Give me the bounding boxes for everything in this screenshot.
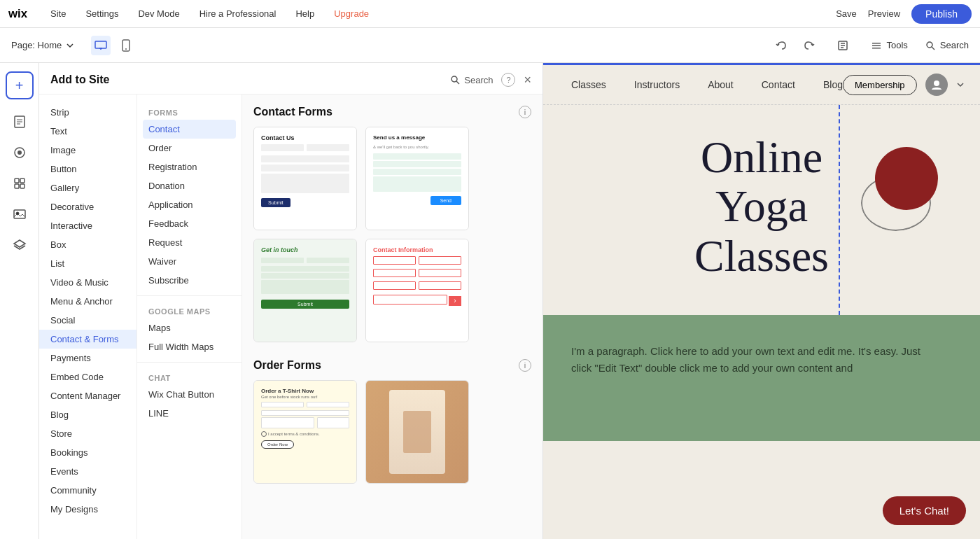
membership-button[interactable]: Membership bbox=[843, 75, 917, 95]
apps-icon[interactable] bbox=[6, 169, 34, 197]
category-interactive[interactable]: Interactive bbox=[39, 216, 136, 235]
layers-icon[interactable] bbox=[6, 231, 34, 259]
order-form-template-1[interactable]: Order a T-Shirt Now Get one before stock… bbox=[253, 380, 357, 484]
forms-request[interactable]: Request bbox=[137, 233, 241, 252]
category-contact-forms[interactable]: Contact & Forms bbox=[39, 330, 136, 349]
svg-line-29 bbox=[456, 81, 459, 84]
nav-instructors[interactable]: Instructors bbox=[634, 79, 680, 90]
panel-search-bar[interactable]: Search bbox=[450, 75, 493, 85]
category-events[interactable]: Events bbox=[39, 462, 136, 481]
forms-contact[interactable]: Contact bbox=[143, 120, 236, 139]
forms-donation[interactable]: Donation bbox=[137, 176, 241, 195]
category-image[interactable]: Image bbox=[39, 141, 136, 160]
category-text[interactable]: Text bbox=[39, 122, 136, 141]
svg-point-28 bbox=[451, 76, 457, 82]
category-strip[interactable]: Strip bbox=[39, 103, 136, 122]
forms-subcategory-panel: FORMS Contact Order Registration Donatio… bbox=[137, 94, 242, 539]
category-gallery[interactable]: Gallery bbox=[39, 178, 136, 197]
order-forms-grid: Order a T-Shirt Now Get one before stock… bbox=[253, 380, 531, 484]
preview-button[interactable]: Preview bbox=[868, 8, 900, 19]
category-my-designs[interactable]: My Designs bbox=[39, 500, 136, 519]
canvas-area: Classes Instructors About Contact Blog M… bbox=[543, 63, 980, 539]
search-button[interactable]: Search bbox=[925, 40, 969, 51]
contact-form-template-1[interactable]: Contact Us Submit bbox=[253, 127, 357, 230]
forms-wix-chat[interactable]: Wix Chat Button bbox=[137, 385, 241, 404]
nav-hire[interactable]: Hire a Professional bbox=[197, 8, 279, 19]
category-social[interactable]: Social bbox=[39, 311, 136, 330]
nav-settings[interactable]: Settings bbox=[83, 8, 121, 19]
contact-form-template-4[interactable]: Contact Information bbox=[365, 239, 469, 342]
category-box[interactable]: Box bbox=[39, 235, 136, 254]
publish-button[interactable]: Publish bbox=[911, 4, 972, 24]
nav-upgrade[interactable]: Upgrade bbox=[331, 8, 372, 19]
mobile-icon[interactable] bbox=[116, 36, 136, 55]
category-bookings[interactable]: Bookings bbox=[39, 443, 136, 462]
category-content-manager[interactable]: Content Manager bbox=[39, 386, 136, 405]
forms-waiver[interactable]: Waiver bbox=[137, 252, 241, 271]
svg-point-30 bbox=[934, 80, 939, 86]
svg-line-14 bbox=[932, 47, 934, 50]
svg-rect-24 bbox=[20, 184, 24, 188]
category-button[interactable]: Button bbox=[39, 160, 136, 178]
nav-classes[interactable]: Classes bbox=[571, 79, 606, 90]
tools-button[interactable]: Tools bbox=[865, 40, 913, 51]
site-paragraph[interactable]: I'm a paragraph. Click here to add your … bbox=[571, 343, 921, 377]
site-green-section: I'm a paragraph. Click here to add your … bbox=[543, 315, 980, 441]
order-forms-info-icon[interactable]: i bbox=[519, 359, 531, 372]
forms-line[interactable]: LINE bbox=[137, 404, 241, 423]
nav-help[interactable]: Help bbox=[293, 8, 317, 19]
nav-blog[interactable]: Blog bbox=[823, 79, 843, 90]
help-icon[interactable]: ? bbox=[501, 73, 515, 87]
divider-2 bbox=[137, 362, 241, 363]
forms-registration[interactable]: Registration bbox=[137, 158, 241, 176]
design-icon[interactable] bbox=[6, 139, 34, 167]
search-icon bbox=[450, 75, 460, 85]
contact-form-template-3[interactable]: Get in touch Submit bbox=[253, 239, 357, 342]
nav-about[interactable]: About bbox=[708, 79, 734, 90]
add-button[interactable]: + bbox=[6, 71, 34, 99]
forms-application[interactable]: Application bbox=[137, 195, 241, 214]
page-selector[interactable]: Page: Home bbox=[11, 40, 74, 50]
category-community[interactable]: Community bbox=[39, 481, 136, 500]
contact-forms-info-icon[interactable]: i bbox=[519, 106, 531, 118]
nav-site[interactable]: Site bbox=[48, 8, 69, 19]
forms-full-width-maps[interactable]: Full Width Maps bbox=[137, 337, 241, 356]
media-icon[interactable] bbox=[6, 200, 34, 228]
category-menu-anchor[interactable]: Menu & Anchor bbox=[39, 292, 136, 311]
forms-subscribe[interactable]: Subscribe bbox=[137, 271, 241, 290]
svg-rect-22 bbox=[20, 178, 24, 183]
undo-button[interactable] bbox=[770, 34, 792, 57]
chevron-down-icon bbox=[956, 80, 965, 89]
close-button[interactable]: × bbox=[524, 74, 531, 86]
order-form-template-2[interactable] bbox=[365, 380, 469, 484]
forms-order[interactable]: Order bbox=[137, 139, 241, 158]
category-embed-code[interactable]: Embed Code bbox=[39, 368, 136, 386]
redo-button[interactable] bbox=[798, 34, 820, 57]
secondary-toolbar: Page: Home Tools Search bbox=[0, 28, 980, 63]
zoom-icon[interactable] bbox=[832, 34, 854, 57]
forms-maps[interactable]: Maps bbox=[137, 318, 241, 337]
category-store[interactable]: Store bbox=[39, 424, 136, 443]
decorative-circle bbox=[875, 147, 938, 210]
category-list[interactable]: List bbox=[39, 254, 136, 273]
google-maps-label: GOOGLE MAPS bbox=[137, 302, 241, 318]
save-button[interactable]: Save bbox=[836, 8, 857, 19]
contact-forms-title: Contact Forms bbox=[253, 106, 332, 118]
nav-dev-mode[interactable]: Dev Mode bbox=[135, 8, 182, 19]
svg-rect-10 bbox=[872, 43, 881, 44]
pages-icon[interactable] bbox=[6, 108, 34, 136]
user-avatar[interactable] bbox=[925, 74, 948, 96]
tools-icon bbox=[871, 40, 882, 51]
category-video-music[interactable]: Video & Music bbox=[39, 273, 136, 292]
top-nav-actions: Save Preview Publish bbox=[836, 4, 972, 24]
page-label: Page: Home bbox=[11, 40, 62, 50]
category-decorative[interactable]: Decorative bbox=[39, 197, 136, 216]
nav-contact[interactable]: Contact bbox=[762, 79, 795, 90]
category-blog[interactable]: Blog bbox=[39, 405, 136, 424]
forms-feedback[interactable]: Feedback bbox=[137, 214, 241, 233]
contact-form-template-2[interactable]: Send us a message & we'll get back to yo… bbox=[365, 127, 469, 230]
desktop-icon[interactable] bbox=[91, 36, 111, 55]
chat-button[interactable]: Let's Chat! bbox=[883, 496, 966, 525]
category-payments[interactable]: Payments bbox=[39, 349, 136, 368]
search-label: Search bbox=[940, 40, 969, 50]
